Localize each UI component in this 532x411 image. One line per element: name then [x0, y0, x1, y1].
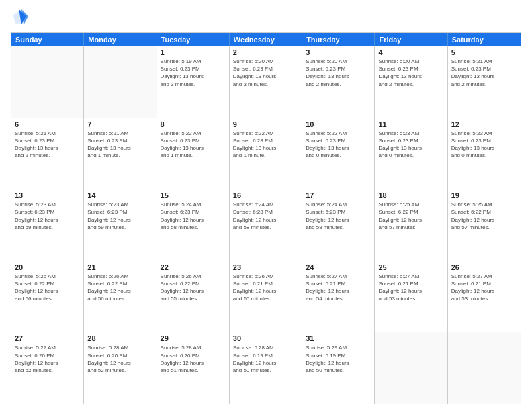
day-number: 20	[15, 263, 80, 271]
calendar-cell-empty-4-5	[375, 332, 447, 404]
calendar: SundayMondayTuesdayWednesdayThursdayFrid…	[11, 32, 521, 404]
day-info: Sunrise: 5:25 AM Sunset: 6:22 PM Dayligh…	[15, 273, 80, 303]
calendar-cell-11: 11Sunrise: 5:23 AM Sunset: 6:23 PM Dayli…	[375, 118, 447, 189]
calendar-cell-26: 26Sunrise: 5:27 AM Sunset: 6:21 PM Dayli…	[448, 261, 521, 332]
calendar-header: SundayMondayTuesdayWednesdayThursdayFrid…	[11, 33, 521, 46]
calendar-row-0: 1Sunrise: 5:19 AM Sunset: 6:23 PM Daylig…	[11, 46, 521, 118]
weekday-header-tuesday: Tuesday	[157, 33, 230, 46]
page: SundayMondayTuesdayWednesdayThursdayFrid…	[0, 0, 532, 411]
calendar-row-4: 27Sunrise: 5:27 AM Sunset: 6:20 PM Dayli…	[11, 332, 521, 404]
day-info: Sunrise: 5:21 AM Sunset: 6:23 PM Dayligh…	[15, 130, 80, 160]
calendar-cell-24: 24Sunrise: 5:27 AM Sunset: 6:21 PM Dayli…	[302, 261, 375, 332]
day-info: Sunrise: 5:19 AM Sunset: 6:23 PM Dayligh…	[161, 58, 226, 88]
calendar-cell-22: 22Sunrise: 5:26 AM Sunset: 6:22 PM Dayli…	[157, 261, 230, 332]
day-number: 5	[451, 48, 517, 56]
calendar-cell-15: 15Sunrise: 5:24 AM Sunset: 6:23 PM Dayli…	[157, 189, 230, 261]
calendar-cell-8: 8Sunrise: 5:22 AM Sunset: 6:23 PM Daylig…	[157, 118, 230, 189]
calendar-cell-27: 27Sunrise: 5:27 AM Sunset: 6:20 PM Dayli…	[11, 332, 84, 404]
calendar-cell-7: 7Sunrise: 5:21 AM Sunset: 6:23 PM Daylig…	[84, 118, 157, 189]
day-number: 14	[87, 191, 152, 199]
day-info: Sunrise: 5:20 AM Sunset: 6:23 PM Dayligh…	[233, 58, 298, 88]
calendar-cell-31: 31Sunrise: 5:29 AM Sunset: 6:19 PM Dayli…	[302, 332, 375, 404]
calendar-cell-17: 17Sunrise: 5:24 AM Sunset: 6:23 PM Dayli…	[302, 189, 375, 261]
day-info: Sunrise: 5:22 AM Sunset: 6:23 PM Dayligh…	[306, 130, 371, 160]
calendar-row-1: 6Sunrise: 5:21 AM Sunset: 6:23 PM Daylig…	[11, 118, 521, 189]
day-info: Sunrise: 5:28 AM Sunset: 6:20 PM Dayligh…	[87, 344, 152, 374]
day-info: Sunrise: 5:27 AM Sunset: 6:21 PM Dayligh…	[451, 273, 517, 303]
day-info: Sunrise: 5:27 AM Sunset: 6:21 PM Dayligh…	[378, 273, 443, 303]
calendar-cell-empty-0-0	[11, 46, 84, 118]
day-info: Sunrise: 5:28 AM Sunset: 6:19 PM Dayligh…	[233, 344, 298, 374]
day-info: Sunrise: 5:23 AM Sunset: 6:23 PM Dayligh…	[378, 130, 443, 160]
calendar-cell-21: 21Sunrise: 5:26 AM Sunset: 6:22 PM Dayli…	[84, 261, 157, 332]
day-number: 8	[161, 120, 226, 128]
day-number: 18	[378, 191, 443, 199]
day-number: 13	[15, 191, 80, 199]
header	[11, 8, 521, 27]
day-info: Sunrise: 5:23 AM Sunset: 6:23 PM Dayligh…	[15, 201, 80, 231]
day-number: 12	[451, 120, 517, 128]
calendar-cell-16: 16Sunrise: 5:24 AM Sunset: 6:23 PM Dayli…	[230, 189, 302, 261]
calendar-cell-2: 2Sunrise: 5:20 AM Sunset: 6:23 PM Daylig…	[230, 46, 302, 118]
day-info: Sunrise: 5:27 AM Sunset: 6:20 PM Dayligh…	[15, 344, 80, 374]
day-info: Sunrise: 5:25 AM Sunset: 6:22 PM Dayligh…	[378, 201, 443, 231]
day-number: 3	[306, 48, 371, 56]
calendar-cell-19: 19Sunrise: 5:25 AM Sunset: 6:22 PM Dayli…	[448, 189, 521, 261]
calendar-cell-28: 28Sunrise: 5:28 AM Sunset: 6:20 PM Dayli…	[84, 332, 157, 404]
day-info: Sunrise: 5:21 AM Sunset: 6:23 PM Dayligh…	[87, 130, 152, 160]
day-info: Sunrise: 5:24 AM Sunset: 6:23 PM Dayligh…	[161, 201, 226, 231]
day-info: Sunrise: 5:26 AM Sunset: 6:22 PM Dayligh…	[87, 273, 152, 303]
day-number: 31	[306, 334, 371, 342]
day-number: 21	[87, 263, 152, 271]
day-number: 11	[378, 120, 443, 128]
weekday-header-friday: Friday	[375, 33, 447, 46]
day-number: 10	[306, 120, 371, 128]
calendar-cell-3: 3Sunrise: 5:20 AM Sunset: 6:23 PM Daylig…	[302, 46, 375, 118]
day-number: 28	[87, 334, 152, 342]
day-number: 24	[306, 263, 371, 271]
day-number: 7	[87, 120, 152, 128]
day-info: Sunrise: 5:22 AM Sunset: 6:23 PM Dayligh…	[233, 130, 298, 160]
day-number: 25	[378, 263, 443, 271]
calendar-cell-10: 10Sunrise: 5:22 AM Sunset: 6:23 PM Dayli…	[302, 118, 375, 189]
day-number: 27	[15, 334, 80, 342]
calendar-cell-12: 12Sunrise: 5:23 AM Sunset: 6:23 PM Dayli…	[448, 118, 521, 189]
day-number: 23	[233, 263, 298, 271]
calendar-cell-18: 18Sunrise: 5:25 AM Sunset: 6:22 PM Dayli…	[375, 189, 447, 261]
day-info: Sunrise: 5:22 AM Sunset: 6:23 PM Dayligh…	[161, 130, 226, 160]
day-info: Sunrise: 5:21 AM Sunset: 6:23 PM Dayligh…	[451, 58, 517, 88]
day-number: 16	[233, 191, 298, 199]
day-number: 1	[161, 48, 226, 56]
calendar-cell-14: 14Sunrise: 5:23 AM Sunset: 6:23 PM Dayli…	[84, 189, 157, 261]
day-info: Sunrise: 5:20 AM Sunset: 6:23 PM Dayligh…	[306, 58, 371, 88]
day-number: 19	[451, 191, 517, 199]
calendar-cell-1: 1Sunrise: 5:19 AM Sunset: 6:23 PM Daylig…	[157, 46, 230, 118]
weekday-header-thursday: Thursday	[302, 33, 375, 46]
calendar-cell-9: 9Sunrise: 5:22 AM Sunset: 6:23 PM Daylig…	[230, 118, 302, 189]
day-info: Sunrise: 5:26 AM Sunset: 6:22 PM Dayligh…	[161, 273, 226, 303]
calendar-cell-6: 6Sunrise: 5:21 AM Sunset: 6:23 PM Daylig…	[11, 118, 84, 189]
day-number: 17	[306, 191, 371, 199]
calendar-cell-23: 23Sunrise: 5:26 AM Sunset: 6:21 PM Dayli…	[230, 261, 302, 332]
calendar-body: 1Sunrise: 5:19 AM Sunset: 6:23 PM Daylig…	[11, 46, 521, 404]
weekday-header-monday: Monday	[84, 33, 157, 46]
logo	[11, 8, 32, 27]
day-number: 2	[233, 48, 298, 56]
calendar-cell-29: 29Sunrise: 5:28 AM Sunset: 6:20 PM Dayli…	[157, 332, 230, 404]
day-info: Sunrise: 5:25 AM Sunset: 6:22 PM Dayligh…	[451, 201, 517, 231]
weekday-header-saturday: Saturday	[448, 33, 521, 46]
day-info: Sunrise: 5:28 AM Sunset: 6:20 PM Dayligh…	[161, 344, 226, 374]
calendar-cell-30: 30Sunrise: 5:28 AM Sunset: 6:19 PM Dayli…	[230, 332, 302, 404]
calendar-cell-empty-0-1	[84, 46, 157, 118]
day-number: 22	[161, 263, 226, 271]
day-info: Sunrise: 5:29 AM Sunset: 6:19 PM Dayligh…	[306, 344, 371, 374]
day-info: Sunrise: 5:24 AM Sunset: 6:23 PM Dayligh…	[306, 201, 371, 231]
calendar-cell-empty-4-6	[448, 332, 521, 404]
day-info: Sunrise: 5:27 AM Sunset: 6:21 PM Dayligh…	[306, 273, 371, 303]
weekday-header-sunday: Sunday	[11, 33, 84, 46]
day-info: Sunrise: 5:23 AM Sunset: 6:23 PM Dayligh…	[451, 130, 517, 160]
day-number: 30	[233, 334, 298, 342]
calendar-cell-25: 25Sunrise: 5:27 AM Sunset: 6:21 PM Dayli…	[375, 261, 447, 332]
day-info: Sunrise: 5:20 AM Sunset: 6:23 PM Dayligh…	[378, 58, 443, 88]
weekday-header-wednesday: Wednesday	[230, 33, 302, 46]
